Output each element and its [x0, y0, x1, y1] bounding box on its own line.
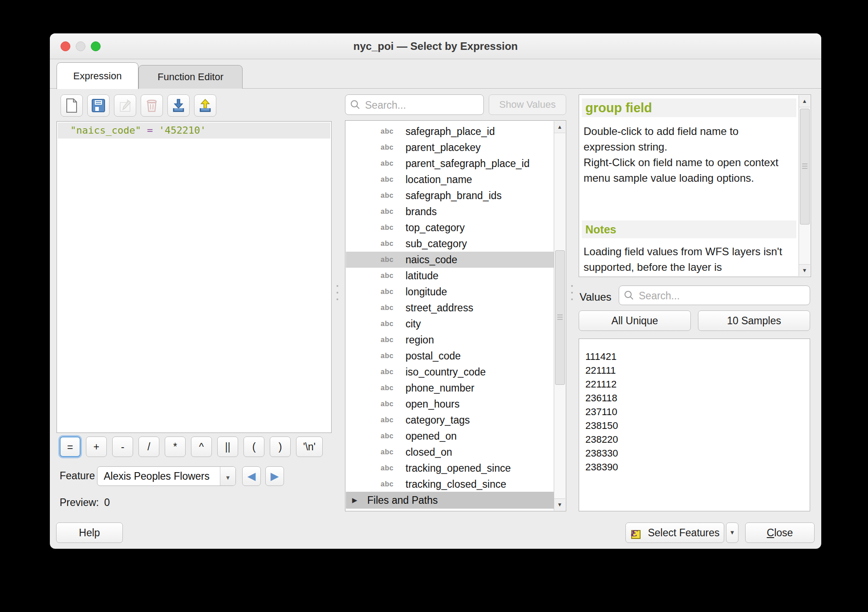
string-type-icon: abc: [381, 348, 401, 364]
operator-multiply-button[interactable]: *: [165, 437, 186, 457]
field-list-item[interactable]: abcsub_category: [346, 236, 555, 252]
values-search-box[interactable]: [619, 286, 810, 305]
operator-newline-button[interactable]: '\n': [296, 437, 323, 457]
string-type-icon: abc: [381, 268, 401, 284]
scroll-up-button[interactable]: ▲: [799, 95, 810, 107]
preview-label: Preview:: [60, 497, 99, 509]
field-list-item[interactable]: abcparent_placekey: [346, 139, 555, 155]
export-expression-button[interactable]: [194, 94, 216, 117]
string-type-icon: abc: [381, 236, 401, 252]
string-type-icon: abc: [381, 364, 401, 380]
help-notes-title: Notes: [582, 220, 796, 238]
close-button[interactable]: Close: [745, 522, 815, 543]
field-list-item[interactable]: abcsafegraph_brand_ids: [346, 188, 555, 204]
value-item[interactable]: 221112: [585, 377, 803, 391]
field-list-item[interactable]: abcopen_hours: [346, 396, 555, 412]
field-list-item[interactable]: abclatitude: [346, 268, 555, 284]
field-list-item-selected[interactable]: abcnaics_code: [346, 252, 555, 268]
scrollbar-thumb[interactable]: [800, 109, 810, 224]
fields-search-box[interactable]: [345, 94, 484, 115]
operator-divide-button[interactable]: /: [138, 437, 159, 457]
string-type-icon: abc: [381, 396, 401, 412]
string-type-icon: abc: [381, 460, 401, 476]
show-values-button[interactable]: Show Values: [489, 94, 566, 115]
field-list-item[interactable]: abcphone_number: [346, 380, 555, 396]
string-type-icon: abc: [381, 171, 401, 188]
field-list-item[interactable]: abcstreet_address: [346, 300, 555, 316]
delete-expression-button[interactable]: [141, 94, 163, 117]
scroll-down-button[interactable]: ▼: [799, 264, 810, 276]
next-feature-button[interactable]: ▶: [265, 466, 284, 486]
value-item[interactable]: 237110: [585, 405, 803, 419]
scroll-up-button[interactable]: ▲: [554, 121, 565, 133]
value-item[interactable]: 111421: [585, 350, 803, 363]
value-item[interactable]: 238330: [585, 446, 803, 460]
field-list-item[interactable]: abcparent_safegraph_place_id: [346, 155, 555, 171]
fields-search-input[interactable]: [364, 95, 480, 115]
string-type-icon: abc: [381, 300, 401, 316]
desktop-background: nyc_poi — Select by Expression Expressio…: [0, 0, 868, 612]
values-list[interactable]: 111421 221111 221112 236118 237110 23815…: [579, 339, 810, 511]
preview-value: 0: [104, 497, 110, 509]
field-group-files-and-paths[interactable]: ▶ Files and Paths: [346, 492, 554, 509]
field-list-item[interactable]: abccategory_tags: [346, 412, 555, 428]
splitter-left-handle[interactable]: [336, 285, 339, 300]
value-item[interactable]: 221111: [585, 363, 803, 377]
scrollbar-thumb[interactable]: [555, 250, 565, 385]
field-list-item[interactable]: abciso_country_code: [346, 364, 555, 380]
scroll-down-button[interactable]: ▼: [554, 498, 565, 510]
operator-minus-button[interactable]: -: [112, 437, 133, 457]
select-features-dropdown-button[interactable]: ▼: [726, 522, 738, 543]
value-item[interactable]: 238390: [585, 460, 803, 474]
string-type-icon: abc: [381, 316, 401, 332]
field-list-item[interactable]: abcopened_on: [346, 428, 555, 444]
value-item[interactable]: 238150: [585, 419, 803, 432]
save-expression-button[interactable]: [87, 94, 110, 117]
values-search-input[interactable]: [638, 286, 806, 306]
help-title: group field: [582, 98, 796, 117]
search-icon: [350, 100, 360, 110]
operator-open-paren-button[interactable]: (: [243, 437, 264, 457]
tab-function-editor[interactable]: Function Editor: [138, 65, 243, 89]
edit-expression-button[interactable]: [114, 94, 136, 117]
splitter-right-handle[interactable]: [571, 285, 573, 300]
tab-expression[interactable]: Expression: [57, 62, 138, 89]
field-list-scrollbar[interactable]: ▲ ▼: [554, 121, 565, 510]
search-icon: [624, 290, 634, 300]
field-list-item[interactable]: abccity: [346, 316, 555, 332]
all-unique-button[interactable]: All Unique: [579, 310, 691, 331]
previous-feature-button[interactable]: ◀: [242, 466, 261, 486]
field-list-item[interactable]: abcpostal_code: [346, 348, 555, 364]
help-scrollbar[interactable]: ▲ ▼: [799, 95, 810, 276]
ten-samples-button[interactable]: 10 Samples: [698, 310, 810, 331]
feature-combobox[interactable]: Alexis Peoples Flowers ▼: [97, 466, 236, 486]
string-type-icon: abc: [381, 412, 401, 428]
field-list-item[interactable]: abcbrands: [346, 204, 555, 220]
operator-concat-button[interactable]: ||: [217, 437, 238, 457]
string-type-icon: abc: [381, 476, 401, 492]
operator-close-paren-button[interactable]: ): [270, 437, 291, 457]
value-item[interactable]: 238220: [585, 432, 803, 446]
import-expression-button[interactable]: [167, 94, 190, 117]
field-list-item[interactable]: abclocation_name: [346, 171, 555, 188]
field-list-item[interactable]: abcclosed_on: [346, 444, 555, 460]
operator-plus-button[interactable]: +: [86, 437, 107, 457]
field-list-item[interactable]: abcregion: [346, 332, 555, 348]
save-icon: [92, 99, 105, 112]
expression-editor[interactable]: "naics_code" = '452210': [57, 121, 332, 433]
field-list-item[interactable]: abctracking_closed_since: [346, 476, 555, 492]
field-list-item[interactable]: abctracking_opened_since: [346, 460, 555, 476]
trash-icon: [146, 99, 158, 112]
expression-current-line: "naics_code" = '452210': [58, 122, 330, 139]
select-by-expression-icon: ε: [630, 526, 643, 539]
new-expression-button[interactable]: [61, 94, 83, 117]
feature-combobox-dropdown[interactable]: ▼: [220, 467, 235, 486]
value-item[interactable]: 236118: [585, 391, 803, 405]
field-list-item[interactable]: abctop_category: [346, 220, 555, 236]
operator-equals-button[interactable]: =: [60, 437, 81, 457]
field-list-item[interactable]: abcsafegraph_place_id: [346, 123, 555, 139]
help-button[interactable]: Help: [56, 522, 123, 543]
select-features-button[interactable]: ε Select Features: [625, 522, 724, 543]
operator-power-button[interactable]: ^: [191, 437, 212, 457]
field-list-item[interactable]: abclongitude: [346, 284, 555, 300]
